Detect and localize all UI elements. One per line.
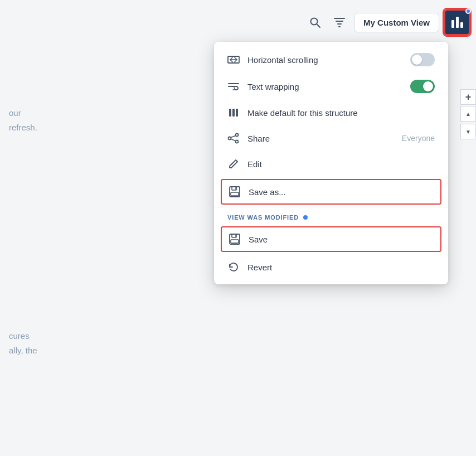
text-wrapping-label: Text wrapping — [247, 82, 402, 91]
toggle-knob — [412, 55, 422, 65]
svg-point-10 — [229, 137, 231, 140]
save-label: Save — [249, 235, 434, 244]
horizontal-scrolling-item[interactable]: Horizontal scrolling — [214, 46, 448, 73]
svg-line-11 — [231, 136, 236, 138]
svg-line-1 — [317, 24, 320, 27]
save-as-item[interactable]: Save as... — [221, 179, 441, 205]
revert-label: Revert — [247, 263, 435, 272]
text-wrapping-toggle[interactable] — [410, 80, 435, 93]
save-wrapper: Save — [221, 226, 441, 252]
revert-icon — [227, 261, 240, 273]
save-as-wrapper: Save as... — [221, 179, 441, 205]
revert-item[interactable]: Revert — [214, 254, 448, 280]
svg-point-9 — [236, 140, 239, 143]
edit-icon — [227, 158, 240, 170]
filter-button[interactable] — [329, 12, 349, 32]
share-label: Share — [247, 134, 394, 143]
svg-point-8 — [236, 134, 239, 137]
save-as-icon — [229, 186, 241, 198]
view-modified-label: VIEW WAS MODIFIED — [227, 214, 435, 221]
notification-dot — [465, 8, 471, 14]
scroll-up-button[interactable]: ▲ — [460, 106, 476, 122]
horizontal-scrolling-toggle[interactable] — [410, 53, 435, 66]
share-right-text: Everyone — [402, 134, 435, 143]
custom-view-button[interactable]: My Custom View — [354, 13, 439, 32]
share-item[interactable]: Share Everyone — [214, 125, 448, 151]
svg-rect-7 — [236, 109, 238, 117]
bg-text-bottom-left: curesally, the — [0, 323, 84, 363]
text-wrap-icon — [227, 80, 240, 93]
horizontal-scrolling-label: Horizontal scrolling — [247, 55, 402, 65]
save-icon — [229, 233, 241, 245]
toolbar: My Custom View — [0, 0, 476, 45]
text-wrapping-item[interactable]: Text wrapping — [214, 73, 448, 100]
add-button[interactable]: + — [460, 89, 476, 105]
right-side-controls: + ▲ ▼ — [460, 89, 476, 139]
share-icon — [227, 132, 240, 144]
dropdown-menu: Horizontal scrolling Text wrapping — [214, 42, 448, 284]
make-default-label: Make default for this structure — [247, 108, 435, 118]
search-button[interactable] — [305, 12, 325, 32]
bg-text-top-left: ourrefresh. — [0, 100, 78, 140]
svg-rect-5 — [229, 109, 231, 117]
scroll-down-button[interactable]: ▼ — [460, 124, 476, 139]
custom-view-label: My Custom View — [363, 18, 430, 27]
svg-line-12 — [231, 139, 236, 141]
svg-rect-15 — [231, 192, 239, 196]
svg-rect-19 — [231, 240, 239, 243]
svg-rect-6 — [232, 109, 235, 117]
horizontal-scroll-icon — [227, 54, 240, 66]
toggle-off[interactable] — [410, 53, 435, 66]
edit-item[interactable]: Edit — [214, 151, 448, 177]
toggle-on[interactable] — [410, 80, 435, 93]
columns-small-icon — [227, 106, 240, 119]
columns-icon — [451, 17, 463, 28]
modified-dot — [303, 215, 308, 220]
save-as-label: Save as... — [249, 187, 434, 197]
save-item[interactable]: Save — [221, 226, 441, 252]
make-default-item[interactable]: Make default for this structure — [214, 100, 448, 125]
view-modified-section: VIEW WAS MODIFIED — [214, 210, 448, 224]
columns-view-button[interactable] — [444, 9, 470, 36]
menu-divider — [214, 207, 448, 207]
toggle-knob — [423, 81, 433, 91]
edit-label: Edit — [247, 159, 435, 169]
